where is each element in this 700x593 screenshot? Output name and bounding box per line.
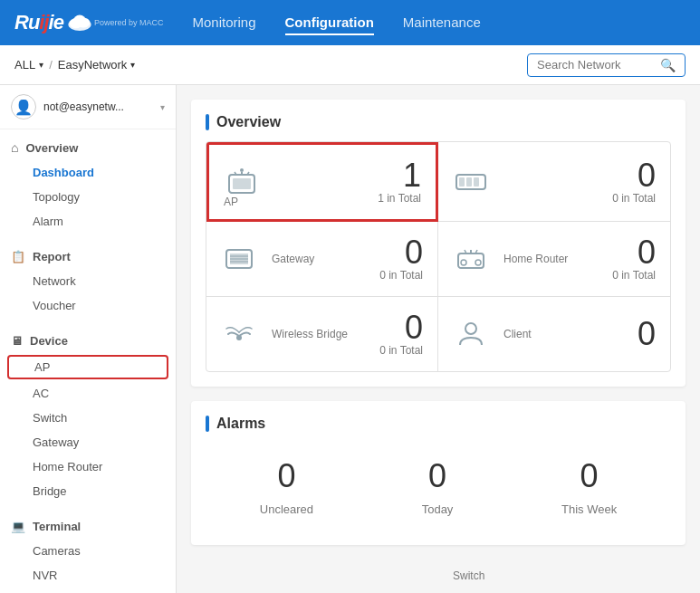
sidebar-item-network[interactable]: Network: [0, 269, 176, 293]
alarm-today-label: Today: [422, 502, 454, 516]
breadcrumb-network[interactable]: EasyNetwork ▾: [58, 58, 136, 72]
alarms-title: Alarms: [206, 416, 671, 432]
nav-links: Monitoring Configuration Maintenance: [192, 11, 686, 35]
client-label: Client: [503, 328, 532, 340]
overview-title: Overview: [206, 114, 671, 130]
user-name: not@easynetw...: [43, 100, 153, 113]
overview-cell-switch[interactable]: Switch 0 0 in Total: [438, 142, 670, 222]
sidebar: 👤 not@easynetw... ▾ ⌂ Overview Dashboard…: [0, 85, 177, 593]
ap-icon: [224, 166, 260, 198]
nav-monitoring[interactable]: Monitoring: [192, 11, 255, 35]
alarm-this-week[interactable]: 0 This Week: [561, 457, 617, 516]
switch-sub: 0 in Total: [612, 192, 656, 205]
sidebar-item-home-router[interactable]: Home Router: [0, 454, 176, 479]
sidebar-item-switch[interactable]: Switch: [0, 406, 176, 430]
sidebar-group-terminal: 💻 Terminal Cameras NVR: [0, 509, 176, 593]
svg-point-24: [475, 260, 481, 265]
alarms-row: 0 Uncleared 0 Today 0 This Week: [206, 443, 671, 531]
alarm-today[interactable]: 0 Today: [422, 457, 454, 516]
sidebar-group-header-terminal[interactable]: 💻 Terminal: [0, 514, 176, 539]
sidebar-item-nvr[interactable]: NVR: [0, 563, 176, 588]
alarm-uncleared[interactable]: 0 Uncleared: [260, 457, 313, 516]
overview-section: Overview AP: [191, 100, 686, 387]
wireless-bridge-sub: 0 in Total: [379, 344, 423, 357]
alarm-this-week-count: 0: [580, 457, 599, 495]
breadcrumb-all[interactable]: ALL ▾: [14, 58, 43, 72]
home-router-sub: 0 in Total: [612, 269, 656, 282]
svg-point-3: [73, 15, 86, 27]
overview-cell-gateway[interactable]: Gateway 0 0 in Total: [206, 222, 438, 297]
home-router-label: Home Router: [503, 253, 568, 265]
wireless-bridge-stats: 0 0 in Total: [379, 311, 423, 357]
sidebar-item-bridge[interactable]: Bridge: [0, 479, 176, 503]
sidebar-item-topology[interactable]: Topology: [0, 185, 176, 209]
breadcrumb-separator: /: [49, 58, 53, 72]
overview-grid: AP 1 1 in Total: [206, 141, 671, 372]
svg-point-26: [465, 323, 476, 334]
sidebar-item-cameras[interactable]: Cameras: [0, 539, 176, 563]
alarm-uncleared-label: Uncleared: [260, 502, 313, 516]
user-chevron-icon: ▾: [160, 102, 165, 112]
svg-point-25: [236, 335, 242, 340]
sidebar-group-header-report[interactable]: 📋 Report: [0, 244, 176, 269]
home-router-stats: 0 0 in Total: [612, 236, 656, 282]
wireless-bridge-icon: [221, 318, 257, 350]
logo-cloud-icon: [67, 13, 92, 33]
search-icon: 🔍: [660, 58, 676, 72]
logo: Ruijie Powered by MACC: [14, 11, 163, 34]
svg-rect-12: [466, 177, 472, 187]
nav-configuration[interactable]: Configuration: [285, 11, 374, 35]
top-nav: Ruijie Powered by MACC Monitoring Config…: [0, 0, 700, 45]
search-input[interactable]: [537, 58, 655, 72]
gateway-label: Gateway: [272, 253, 314, 265]
powered-by: Powered by MACC: [94, 18, 164, 27]
ap-count: 1: [403, 159, 421, 192]
client-stats: 0: [638, 318, 656, 350]
overview-cell-wireless-bridge[interactable]: Wireless Bridge 0 0 in Total: [206, 297, 438, 371]
sidebar-group-device: 🖥 Device AP AC Switch Gateway Home Route…: [0, 323, 176, 509]
ap-sub: 1 in Total: [378, 192, 421, 205]
svg-point-7: [240, 168, 244, 172]
sidebar-item-ac[interactable]: AC: [0, 381, 176, 406]
svg-rect-11: [459, 177, 465, 187]
alarm-today-count: 0: [428, 457, 446, 495]
sub-header: ALL ▾ / EasyNetwork ▾ 🔍: [0, 45, 700, 85]
breadcrumb: ALL ▾ / EasyNetwork ▾: [14, 58, 135, 72]
main-content: Overview AP: [177, 85, 700, 593]
overview-cell-ap[interactable]: AP 1 1 in Total: [206, 142, 438, 222]
home-icon: ⌂: [11, 140, 18, 155]
wireless-bridge-count: 0: [405, 311, 423, 344]
sidebar-item-voucher[interactable]: Voucher: [0, 293, 176, 318]
sidebar-item-alarm[interactable]: Alarm: [0, 209, 176, 234]
switch-count: 0: [638, 159, 656, 192]
sidebar-group-header-device[interactable]: 🖥 Device: [0, 329, 176, 353]
sidebar-item-ap[interactable]: AP: [7, 355, 168, 379]
switch-stats: 0 0 in Total: [612, 159, 656, 205]
sidebar-group-overview: ⌂ Overview Dashboard Topology Alarm: [0, 129, 176, 239]
report-icon: 📋: [11, 250, 25, 263]
alarms-section: Alarms 0 Uncleared 0 Today 0 This Week: [191, 401, 686, 545]
sidebar-group-header-overview[interactable]: ⌂ Overview: [0, 135, 176, 160]
ap-stats: 1 1 in Total: [378, 159, 421, 205]
sidebar-item-gateway[interactable]: Gateway: [0, 430, 176, 454]
user-row[interactable]: 👤 not@easynetw... ▾: [0, 85, 176, 129]
overview-cell-client[interactable]: Client 0: [438, 297, 670, 371]
user-avatar: 👤: [11, 94, 36, 120]
alarm-uncleared-count: 0: [277, 457, 295, 495]
nav-maintenance[interactable]: Maintenance: [403, 11, 481, 35]
search-box[interactable]: 🔍: [527, 53, 686, 77]
svg-rect-13: [474, 177, 479, 187]
overview-cell-home-router[interactable]: Home Router 0 0 in Total: [438, 222, 670, 297]
alarm-this-week-label: This Week: [561, 502, 617, 516]
terminal-icon: 💻: [11, 520, 25, 533]
gateway-icon: [221, 243, 257, 275]
device-icon: 🖥: [11, 334, 23, 348]
svg-rect-5: [233, 178, 251, 189]
home-router-icon: [453, 243, 489, 275]
gateway-stats: 0 0 in Total: [379, 236, 423, 282]
sidebar-item-dashboard[interactable]: Dashboard: [0, 160, 176, 185]
switch-icon: [453, 166, 489, 198]
svg-point-23: [461, 260, 466, 265]
gateway-sub: 0 in Total: [379, 269, 423, 282]
home-router-count: 0: [638, 236, 656, 269]
